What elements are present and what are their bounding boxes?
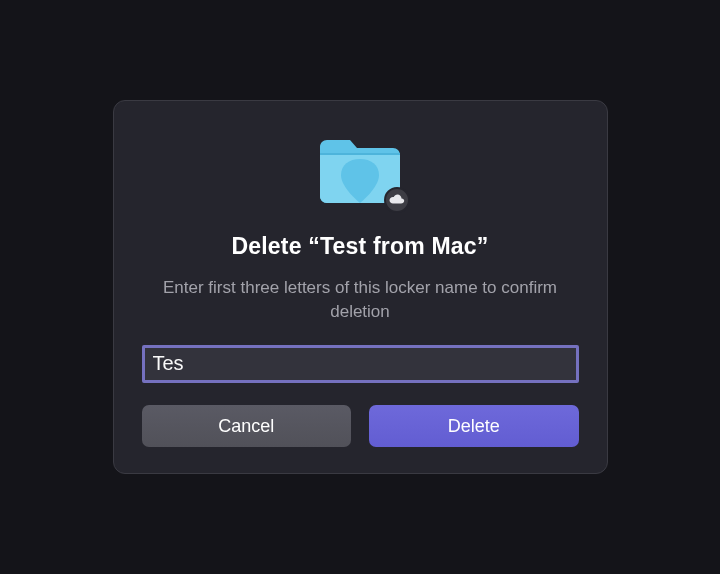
cloud-icon xyxy=(384,187,410,213)
button-row: Cancel Delete xyxy=(142,405,579,447)
dialog-subtitle: Enter first three letters of this locker… xyxy=(142,276,579,324)
cancel-button[interactable]: Cancel xyxy=(142,405,352,447)
delete-button[interactable]: Delete xyxy=(369,405,579,447)
delete-confirmation-dialog: Delete “Test from Mac” Enter first three… xyxy=(113,100,608,475)
dialog-icon xyxy=(316,133,404,207)
confirmation-input[interactable] xyxy=(142,345,579,383)
dialog-title: Delete “Test from Mac” xyxy=(231,233,488,260)
svg-rect-0 xyxy=(320,153,400,155)
